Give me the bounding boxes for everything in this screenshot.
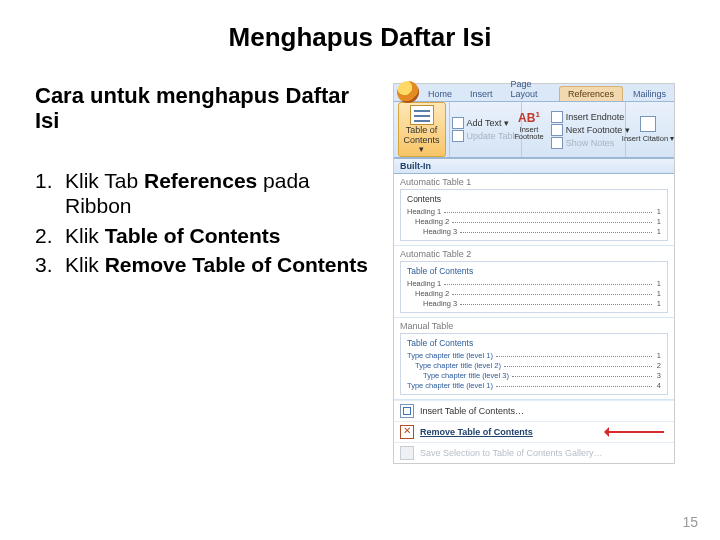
gallery-preview: Contents Heading 11 Heading 21 Heading 3… <box>400 189 668 241</box>
tab-references[interactable]: References <box>559 86 623 101</box>
add-text-button[interactable]: Add Text ▾ <box>449 117 523 129</box>
citation-icon <box>640 116 656 132</box>
gallery-item-title: Automatic Table 2 <box>400 249 668 259</box>
endnote-icon <box>551 111 563 123</box>
insert-footnote-button[interactable]: AB1 Insert Footnote <box>514 111 544 141</box>
add-text-icon <box>452 117 464 129</box>
toc-label-2: Contents ▾ <box>401 136 443 155</box>
update-table-button[interactable]: Update Table <box>449 130 523 142</box>
tab-page-layout[interactable]: Page Layout <box>503 77 557 101</box>
next-footnote-icon <box>551 124 563 136</box>
show-notes-icon <box>551 137 563 149</box>
highlight-arrow-icon <box>606 431 664 433</box>
command-label: Save Selection to Table of Contents Gall… <box>420 448 602 458</box>
insert-toc-command[interactable]: Insert Table of Contents… <box>394 400 674 421</box>
gallery-preview: Table of Contents Heading 11 Heading 21 … <box>400 261 668 313</box>
steps-list: Klik Tab References pada Ribbon Klik Tab… <box>35 168 375 278</box>
remove-toc-command[interactable]: Remove Table of Contents <box>394 421 674 442</box>
toc-icon <box>410 105 434 125</box>
group-toc: Table of Contents ▾ <box>394 102 450 157</box>
page-number: 15 <box>682 514 698 530</box>
command-label: Remove Table of Contents <box>420 427 533 437</box>
word-screenshot: Home Insert Page Layout References Maili… <box>393 83 675 464</box>
tab-mailings[interactable]: Mailings <box>625 87 674 101</box>
gallery-item-title: Manual Table <box>400 321 668 331</box>
table-of-contents-button[interactable]: Table of Contents ▾ <box>398 102 446 156</box>
ribbon-tabs: Home Insert Page Layout References Maili… <box>394 84 674 102</box>
insert-citation-button[interactable]: Insert Citation ▾ <box>619 116 677 143</box>
tab-insert[interactable]: Insert <box>462 87 501 101</box>
left-column: Cara untuk menghapus Daftar Isi Klik Tab… <box>35 83 375 464</box>
remove-toc-icon <box>400 425 414 439</box>
gallery-preview: Table of Contents Type chapter title (le… <box>400 333 668 395</box>
gallery-item-manual[interactable]: Manual Table Table of Contents Type chap… <box>394 318 674 400</box>
tab-home[interactable]: Home <box>420 87 460 101</box>
group-footnotes: AB1 Insert Footnote Insert Endnote Next … <box>522 102 626 157</box>
slide-title: Menghapus Daftar Isi <box>0 0 720 53</box>
group-citations: Insert Citation ▾ <box>626 102 670 157</box>
gallery-item-auto-2[interactable]: Automatic Table 2 Table of Contents Head… <box>394 246 674 318</box>
command-label: Insert Table of Contents… <box>420 406 524 416</box>
update-table-icon <box>452 130 464 142</box>
save-gallery-icon <box>400 446 414 460</box>
subtitle: Cara untuk menghapus Daftar Isi <box>35 83 375 134</box>
step-2: Klik Table of Contents <box>35 223 375 249</box>
footnote-ab-icon: AB1 <box>514 111 544 124</box>
insert-toc-icon <box>400 404 414 418</box>
step-3: Klik Remove Table of Contents <box>35 252 375 278</box>
office-button-icon[interactable] <box>397 81 419 103</box>
group-toc-options: Add Text ▾ Update Table <box>450 102 522 157</box>
gallery-item-title: Automatic Table 1 <box>400 177 668 187</box>
ribbon-body: Table of Contents ▾ Add Text ▾ Update Ta… <box>394 102 674 158</box>
gallery-item-auto-1[interactable]: Automatic Table 1 Contents Heading 11 He… <box>394 174 674 246</box>
save-to-gallery-command: Save Selection to Table of Contents Gall… <box>394 442 674 463</box>
gallery-heading-built-in: Built-In <box>394 158 674 174</box>
step-1: Klik Tab References pada Ribbon <box>35 168 375 219</box>
